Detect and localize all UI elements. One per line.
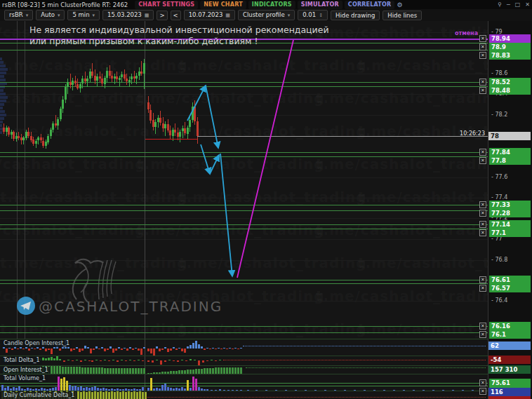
window-controls: ⚲ ─ □ ✕ <box>498 0 530 9</box>
trend-arrow[interactable] <box>201 144 210 174</box>
price-level-label: 78.52 <box>489 78 531 86</box>
remove-line-button[interactable]: ✕ <box>479 379 486 386</box>
remove-line-button[interactable]: ✕ <box>479 35 486 42</box>
trading-terminal-window: rsBR [08-23] 5 min ClusterProfile RT: 24… <box>0 0 532 399</box>
price-level-label: 76.61 <box>489 276 531 284</box>
price-tick: - 77.6 <box>491 174 507 180</box>
drawing-overlay <box>0 0 532 399</box>
calendar-icon: ▦ <box>225 13 230 18</box>
disclaimer-line-2: или прямым призывом к каким-либо действи… <box>29 36 329 47</box>
close-icon[interactable]: ✕ <box>525 0 530 9</box>
maximize-icon[interactable]: □ <box>515 0 521 9</box>
date-from-field[interactable]: 15.03.2023▦ <box>102 10 154 20</box>
hide-lines-button[interactable]: Hide lines <box>383 11 422 20</box>
price-level-label: 77.33 <box>489 201 531 209</box>
price-level-label: 76.57 <box>489 284 531 292</box>
title-bar: rsBR [08-23] 5 min ClusterProfile RT: 24… <box>0 0 532 9</box>
remove-line-button[interactable]: ✕ <box>479 221 486 228</box>
menu-item-chart-settings[interactable]: CHART SETTINGS <box>135 1 198 9</box>
price-level-label: 77.1 <box>489 229 531 237</box>
chevron-down-icon: ▾ <box>58 13 60 18</box>
price-tick: - 78.2 <box>491 111 507 118</box>
step-back-button[interactable]: < <box>171 11 181 20</box>
price-level-label: 78.9 <box>489 43 531 51</box>
trend-arrow[interactable] <box>187 86 206 121</box>
panel-value-label: 157 310 <box>488 365 531 374</box>
price-level-label: 78.83 <box>489 51 531 60</box>
current-time-label: 10:26:23 <box>460 130 485 137</box>
chevron-down-icon: ▾ <box>93 13 95 18</box>
spinner-arrows-icon: ↕ <box>319 13 323 18</box>
step-forward-button[interactable]: > <box>157 11 167 20</box>
remove-line-button[interactable]: ✕ <box>479 285 486 292</box>
remove-line-button[interactable]: ✕ <box>479 331 486 338</box>
remove-line-button[interactable]: ✕ <box>479 149 486 156</box>
price-level-label: 76.16 <box>489 322 531 330</box>
current-price-label: 78 <box>488 132 531 140</box>
pin-icon[interactable]: ⚲ <box>498 0 502 9</box>
date-to-field[interactable]: 10.07.2023▦ <box>184 10 235 20</box>
remove-line-button[interactable]: ✕ <box>479 388 486 395</box>
price-tick: - 78.6 <box>491 70 507 76</box>
menu-item-indicators[interactable]: INDICATORS <box>248 1 295 9</box>
menu-item-simulator[interactable]: SIMULATOR <box>298 1 343 9</box>
panel-value-label: 116 <box>488 388 531 396</box>
price-level-label: 77.28 <box>489 209 531 217</box>
trend-arrow[interactable] <box>210 155 219 174</box>
chart-title: rsBR [08-23] 5 min ClusterProfile RT: 24… <box>2 1 128 8</box>
timeframe-select[interactable]: 5 min▾ <box>67 10 100 20</box>
main-menu: CHART SETTINGSNEW CHARTINDICATORSSIMULAT… <box>135 1 394 9</box>
chart-area[interactable]: t.me/cashalot_tradingt.me/cashalot_tradi… <box>0 0 532 399</box>
remove-line-button[interactable]: ✕ <box>479 43 486 50</box>
price-level-label: 77.14 <box>489 220 531 229</box>
price-tick: - 77.4 <box>491 194 507 201</box>
price-level-label: 78.94 <box>489 34 531 43</box>
panel-value-label: 62 <box>488 341 531 350</box>
scale-mode-select[interactable]: Auto▾ <box>36 10 65 20</box>
price-tick: - 76.4 <box>491 297 507 304</box>
price-level-label: 78.48 <box>489 86 531 95</box>
remove-line-button[interactable]: ✕ <box>479 210 486 217</box>
remove-line-button[interactable]: ✕ <box>479 52 486 59</box>
remove-line-button[interactable]: ✕ <box>479 87 486 94</box>
menu-item-correlator[interactable]: CORRELATOR <box>345 1 395 9</box>
price-level-label: 77.84 <box>489 148 531 156</box>
remove-line-button[interactable]: ✕ <box>479 229 486 236</box>
price-level-label: 75.61 <box>489 379 531 387</box>
hide-drawing-button[interactable]: Hide drawing <box>331 11 380 20</box>
calendar-icon: ▦ <box>145 13 149 18</box>
symbol-select[interactable]: rsBR▾ <box>4 10 33 20</box>
minimize-icon[interactable]: ─ <box>507 0 510 9</box>
remove-line-button[interactable]: ✕ <box>479 79 486 86</box>
remove-line-button[interactable]: ✕ <box>479 201 486 208</box>
remove-line-button[interactable]: ✕ <box>479 157 486 164</box>
remove-line-button[interactable]: ✕ <box>479 276 486 283</box>
menu-item-new-chart[interactable]: NEW CHART <box>200 1 246 9</box>
chevron-down-icon: ▾ <box>26 13 29 18</box>
remove-line-button[interactable]: ✕ <box>479 323 486 330</box>
settings-gear-icon[interactable]: ⚙ <box>397 1 402 8</box>
profile-mode-select[interactable]: Cluster profile▾ <box>238 10 295 20</box>
trend-arrow[interactable] <box>206 86 218 148</box>
chevron-down-icon: ▾ <box>288 13 291 18</box>
cancel-order-label[interactable]: отмена <box>455 30 478 36</box>
disclaimer-text: Не является индивидувальной инвестиционн… <box>29 25 329 47</box>
chart-toolbar: rsBR▾ Auto▾ 5 min▾ 15.03.2023▦ > < 10.07… <box>0 9 532 21</box>
step-size-spinner[interactable]: 0.01↕ <box>298 10 328 20</box>
panel-value-label <box>488 396 531 399</box>
panel-value-label: -54 <box>488 356 531 364</box>
disclaimer-line-1: Не является индивидувальной инвестиционн… <box>29 25 329 36</box>
price-level-label: 76.1 <box>489 330 531 339</box>
price-tick: - 76.8 <box>491 257 507 263</box>
projection-line[interactable] <box>237 40 293 278</box>
trend-arrow[interactable] <box>220 154 232 276</box>
price-level-label: 77.8 <box>489 156 531 165</box>
